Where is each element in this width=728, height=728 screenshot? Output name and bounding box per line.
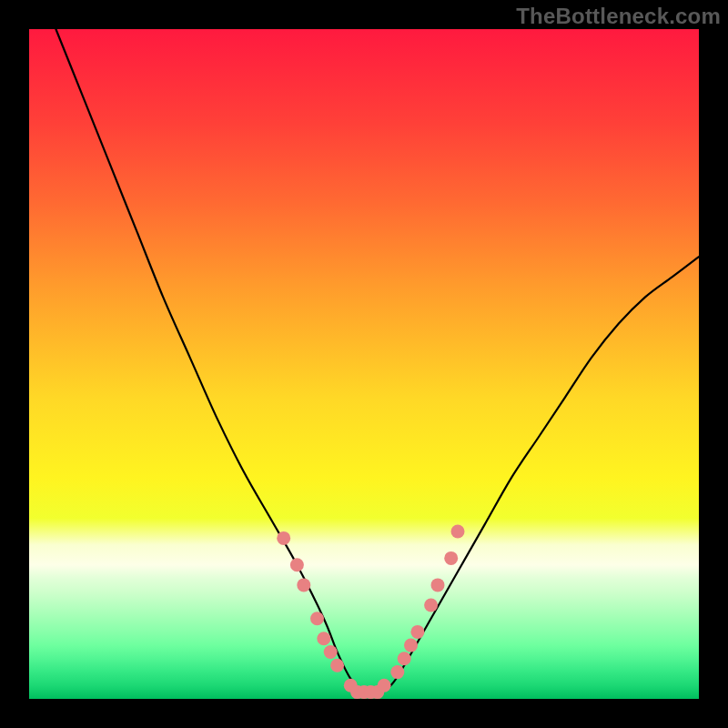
chart-frame: TheBottleneck.com (0, 0, 728, 728)
data-point (444, 551, 458, 565)
data-point (317, 632, 330, 645)
data-point (390, 665, 404, 679)
chart-svg (29, 29, 699, 699)
data-point (410, 625, 424, 639)
data-point (424, 599, 438, 612)
scatter-points (277, 525, 464, 700)
data-point (378, 679, 391, 693)
data-point (290, 558, 304, 571)
data-point (451, 525, 465, 539)
data-point (404, 639, 418, 652)
data-point (398, 652, 411, 665)
watermark-text: TheBottleneck.com (516, 4, 721, 29)
data-point (431, 578, 445, 592)
data-point (310, 612, 324, 625)
data-point (324, 645, 338, 659)
data-point (330, 659, 344, 672)
bottleneck-curve (56, 29, 699, 693)
data-point (277, 531, 290, 545)
plot-area (29, 29, 699, 699)
data-point (297, 578, 310, 592)
